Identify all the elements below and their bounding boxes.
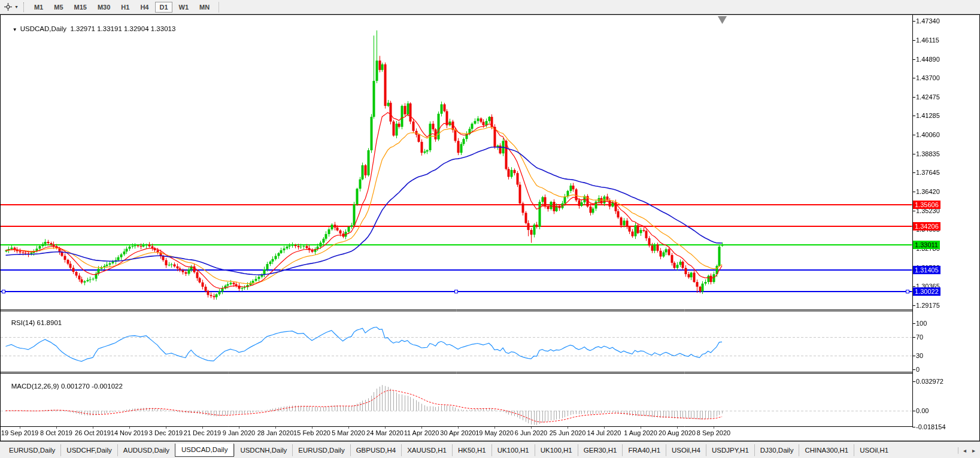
date-axis-label: 5 Mar 2020 — [332, 429, 365, 436]
date-axis-label: 19 May 2020 — [475, 429, 514, 436]
date-axis-label: 25 Jun 2020 — [550, 429, 586, 436]
price-tick-label: 1.36420 — [916, 188, 940, 195]
chart-tab-bar: EURUSD,DailyUSDCHF,DailyAUDUSD,DailyUSDC… — [0, 441, 980, 458]
price-line-badge: 1.31405 — [913, 266, 940, 274]
date-axis-label: 9 Jan 2020 — [223, 429, 255, 436]
price-tick-label: 1.29175 — [916, 302, 940, 309]
ohlc-close: 1.33013 — [151, 25, 176, 32]
chart-tab-gbpusd-h4[interactable]: GBPUSD,H4 — [350, 444, 401, 456]
chart-tab-china300-h1[interactable]: CHINA300,H1 — [799, 444, 854, 456]
chart-tab-dj30-daily[interactable]: DJ30,Daily — [754, 444, 799, 456]
price-line-badge: 1.33011 — [913, 241, 940, 249]
chart-tab-eurusd-daily[interactable]: EURUSD,Daily — [4, 444, 60, 456]
timeframe-m1[interactable]: M1 — [30, 2, 47, 13]
price-tick-label: 1.43700 — [916, 74, 940, 81]
symbol-name: USDCAD,Daily — [20, 25, 66, 32]
date-axis-label: 26 Oct 2019 — [75, 429, 111, 436]
chart-tab-ger30-h1[interactable]: GER30,H1 — [578, 444, 623, 456]
chart-tab-eurusd-daily[interactable]: EURUSD,Daily — [292, 444, 350, 456]
chart-tab-uk100-h1[interactable]: UK100,H1 — [491, 444, 535, 456]
date-axis-label: 6 Jun 2020 — [515, 429, 547, 436]
chart-tab-usdjpy-h1[interactable]: USDJPY,H1 — [706, 444, 754, 456]
chart-tab-xauusd-h1[interactable]: XAUUSD,H1 — [401, 444, 452, 456]
toolbar-grip — [23, 2, 24, 12]
date-axis-label: 20 Aug 2020 — [659, 429, 696, 436]
chart-tab-usdcad-daily[interactable]: USDCAD,Daily — [175, 444, 234, 457]
rsi-tick-label: 70 — [916, 333, 923, 341]
chevron-down-icon[interactable]: ▼ — [14, 5, 19, 9]
chart-symbol-header: ▼USDCAD,Daily 1.32971 1.33191 1.32904 1.… — [5, 18, 175, 40]
tab-scroll-right-icon[interactable]: ▸ — [972, 447, 975, 454]
mt4-window: ▼ M1M5M15M30H1H4D1W1MN ▼USDCAD,Daily 1.3… — [0, 0, 980, 458]
chart-tab-hk50-h1[interactable]: HK50,H1 — [452, 444, 491, 456]
date-axis-label: 15 Feb 2020 — [293, 429, 330, 436]
rsi-tick-label: 30 — [916, 352, 923, 359]
date-axis-label: 1 Aug 2020 — [624, 429, 657, 436]
date-axis-label: 28 Jan 2020 — [257, 429, 294, 436]
timeframe-m15[interactable]: M15 — [70, 2, 91, 13]
cursor-tool-button[interactable]: ▼ — [4, 2, 19, 11]
price-line-badge: 1.34206 — [913, 222, 940, 230]
macd-tick-label: -0.018154 — [916, 423, 946, 430]
chart-tab-fra40-h1[interactable]: FRA40,H1 — [622, 444, 666, 456]
macd-indicator-label: MACD(12,26,9) 0.001270 -0.001022 — [4, 375, 123, 397]
chart-tab-usdchf-daily[interactable]: USDCHF,Daily — [60, 444, 117, 456]
price-tick-label: 1.42475 — [916, 93, 940, 101]
ohlc-low: 1.32904 — [124, 25, 149, 32]
macd-tick-label: 0.032972 — [916, 378, 943, 385]
timeframe-toolbar: ▼ M1M5M15M30H1H4D1W1MN — [0, 0, 980, 14]
date-axis-label: 30 Apr 2020 — [440, 429, 475, 436]
rsi-indicator-label: RSI(14) 61.8901 — [4, 312, 62, 333]
tab-scroll-controls: ◂ ▸ — [958, 447, 980, 454]
timeframe-mn[interactable]: MN — [195, 2, 214, 13]
chart-tab-uk100-h1[interactable]: UK100,H1 — [535, 444, 578, 456]
date-axis-label: 14 Jul 2020 — [587, 429, 621, 436]
crosshair-icon — [4, 2, 13, 11]
date-axis-label: 11 Apr 2020 — [404, 429, 439, 436]
timeframe-m30[interactable]: M30 — [93, 2, 114, 13]
timeframe-h4[interactable]: H4 — [136, 2, 153, 13]
chart-tab-audusd-daily[interactable]: AUDUSD,Daily — [117, 444, 175, 456]
price-line-badge: 1.30022 — [913, 287, 940, 296]
rsi-tick-label: 0 — [916, 366, 920, 373]
price-tick-label: 1.41285 — [916, 112, 940, 119]
timeframe-h1[interactable]: H1 — [117, 2, 134, 13]
chart-tab-usoil-h4[interactable]: USOil,H4 — [666, 444, 706, 456]
date-axis-label: 14 Nov 2019 — [111, 429, 148, 436]
chart-tabs: EURUSD,DailyUSDCHF,DailyAUDUSD,DailyUSDC… — [0, 444, 958, 457]
chart-tab-usoil-h1[interactable]: USOil,H1 — [854, 444, 894, 456]
timeframe-d1[interactable]: D1 — [155, 2, 172, 13]
ohlc-high: 1.33191 — [97, 25, 122, 32]
date-axis-label: 3 Dec 2019 — [149, 429, 183, 436]
date-axis-label: 8 Sep 2020 — [697, 429, 730, 436]
collapse-arrow-icon[interactable]: ▼ — [13, 27, 17, 32]
toolbar-separator — [219, 2, 219, 13]
date-axis-label: 19 Sep 2019 — [1, 429, 38, 436]
ohlc-open: 1.32971 — [70, 25, 95, 32]
price-tick-label: 1.37645 — [916, 169, 940, 176]
macd-signal-value: -0.001022 — [92, 383, 123, 390]
rsi-tick-label: 100 — [916, 320, 927, 327]
price-tick-label: 1.44890 — [916, 56, 940, 63]
chart-tab-usdcnh-daily[interactable]: USDCNH,Daily — [234, 444, 292, 456]
macd-tick-label: 0.00 — [916, 407, 929, 414]
date-axis-label: 24 Mar 2020 — [366, 429, 403, 436]
price-tick-label: 1.38835 — [916, 150, 940, 157]
timeframe-buttons: M1M5M15M30H1H4D1W1MN — [29, 2, 215, 13]
date-axis-label: 21 Dec 2019 — [184, 429, 221, 436]
price-tick-label: 1.47340 — [916, 17, 940, 25]
rsi-value: 61.8901 — [37, 319, 62, 326]
price-tick-label: 1.46115 — [916, 37, 939, 44]
price-tick-label: 1.40060 — [916, 131, 940, 138]
chart-canvas[interactable] — [0, 0, 980, 458]
tab-scroll-left-icon[interactable]: ◂ — [963, 447, 966, 454]
timeframe-m5[interactable]: M5 — [50, 2, 67, 13]
macd-main-value: 0.001270 — [61, 383, 90, 390]
date-axis-label: 8 Oct 2019 — [40, 429, 72, 436]
price-line-badge: 1.35606 — [913, 201, 940, 209]
timeframe-w1[interactable]: W1 — [175, 2, 193, 13]
